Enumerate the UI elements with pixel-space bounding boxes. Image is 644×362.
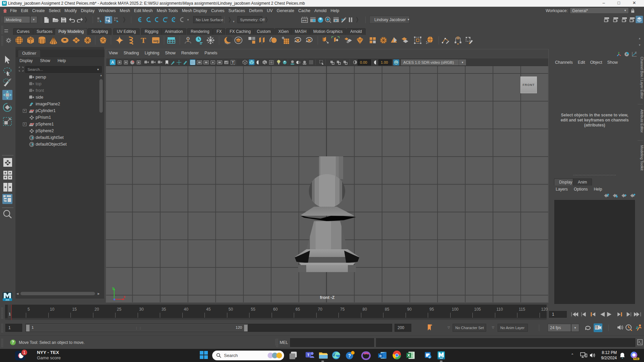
search-dropdown-arrow[interactable]: ▼ — [97, 68, 99, 71]
shelf-tab-custom[interactable]: Custom — [253, 28, 274, 35]
tab-modeling-toolkit[interactable]: Modeling Toolkit — [637, 143, 644, 173]
layout-a-icon[interactable] — [622, 16, 628, 22]
layer-menu-options[interactable]: Options — [574, 187, 588, 192]
shelf-icon-mirror-z[interactable] — [305, 36, 314, 45]
live-surface-arrow[interactable]: ▼ — [232, 18, 235, 24]
lasso-tool[interactable] — [3, 66, 13, 76]
menu-edit-mesh[interactable]: Edit Mesh — [134, 8, 153, 13]
fps-dropdown-arrow[interactable]: ▼ — [571, 324, 579, 332]
outliner-item-top[interactable]: top — [16, 81, 96, 87]
current-frame-field[interactable]: 1 — [549, 311, 567, 318]
vp-half-icon[interactable] — [256, 59, 261, 65]
outliner-menu-help[interactable]: Help — [57, 58, 66, 63]
shelf-icon-poly-plane[interactable] — [72, 36, 81, 45]
statusbar-snap4-icon[interactable] — [162, 16, 168, 23]
layout-outliner-persp[interactable] — [2, 194, 12, 204]
menu-set-selector[interactable]: Modeling — [3, 16, 30, 23]
menu-windows[interactable]: Windows — [99, 8, 116, 13]
layer-add-selected-icon[interactable] — [630, 193, 636, 198]
shelf-icon-time-editor[interactable] — [195, 36, 204, 45]
exposure-field[interactable]: 0.00 — [358, 59, 371, 65]
range-slider[interactable]: 1 120 ⋮⋮ — [26, 324, 392, 332]
colorspace-dropdown[interactable]: ACES 1.0 SDR-video (sRGB)▼ — [401, 59, 466, 66]
symmetry-field[interactable]: Symmetry: Off — [237, 16, 262, 23]
timeline-drag-handle[interactable] — [1, 307, 3, 319]
mel-input-field[interactable] — [290, 338, 374, 347]
statusbar-clap1-icon[interactable] — [310, 16, 316, 23]
shelf-tab-motion-graphics[interactable]: Motion Graphics — [310, 28, 346, 35]
statusbar-openscene-icon[interactable] — [52, 16, 59, 23]
taskbar-search[interactable]: Search — [212, 351, 284, 360]
shelf-icon-motion-trail[interactable] — [184, 36, 193, 45]
tab-attribute-editor[interactable]: Attribute Editor — [637, 107, 644, 136]
shelf-icon-extrude[interactable] — [321, 36, 330, 45]
vp-pencil-icon[interactable] — [170, 59, 176, 65]
channelbox-menu-show[interactable]: Show — [607, 60, 618, 65]
channelbox-menu-object[interactable]: Object — [590, 60, 602, 65]
taskbar-app-outlook[interactable]: o — [378, 351, 387, 360]
shelf-icon-marquee[interactable] — [413, 36, 422, 45]
outliner-item-pSphere2[interactable]: pSphere2 — [16, 127, 96, 134]
statusbar-snap2-icon[interactable] — [145, 16, 151, 23]
shelf-tab-animation[interactable]: Animation — [161, 28, 186, 35]
layer-menu-help[interactable]: Help — [594, 187, 602, 192]
menu-uv[interactable]: UV — [267, 8, 273, 13]
menu-select[interactable]: Select — [49, 8, 60, 13]
menu-mesh-display[interactable]: Mesh Display — [182, 8, 207, 13]
outliner-item-pPrism1[interactable]: pPrism1 — [16, 114, 96, 121]
statusbar-drag-handle[interactable] — [1, 16, 3, 22]
taskbar-app-maya[interactable]: AYA — [436, 351, 446, 360]
close-button[interactable]: ✕ — [629, 0, 640, 7]
step-back-key-button[interactable] — [589, 311, 597, 318]
tab-channel-box-layer-editor[interactable]: Channel Box / Layer Editor — [637, 54, 644, 101]
shelf-tab-curves[interactable]: Curves — [13, 28, 33, 35]
vp-bkmk-icon[interactable] — [164, 59, 170, 65]
layout-b-icon[interactable] — [629, 16, 635, 22]
vp-film-icon[interactable] — [196, 59, 202, 65]
shelf-gear-icon[interactable] — [6, 38, 11, 43]
expand-toggle[interactable]: + — [23, 109, 27, 113]
outliner-item-front[interactable]: front — [16, 87, 96, 94]
minimize-button[interactable]: – — [598, 0, 609, 7]
vp-selarr-icon[interactable] — [319, 59, 324, 65]
layer-menu-layers[interactable]: Layers — [556, 187, 568, 192]
anim-layer-menu-arrow[interactable]: ▽ — [492, 326, 494, 329]
statusbar-pause-icon[interactable] — [349, 16, 353, 23]
widget-subtitle[interactable]: Game score — [37, 355, 61, 360]
copilot-icon[interactable]: PRE — [630, 351, 638, 360]
user-account-chip[interactable]: Lindsey Jacobser▼ — [369, 16, 410, 23]
vp-grid-icon[interactable] — [190, 59, 195, 65]
outliner-item-pSphere1[interactable]: +pSphere1 — [16, 121, 96, 127]
shelf-icon-poly-cylinder[interactable] — [38, 36, 47, 45]
outliner-item-defaultLightSet[interactable]: defaultLightSet — [16, 134, 96, 141]
statusbar-clap2-icon[interactable] — [333, 16, 339, 23]
shelf-tab-uv-editing[interactable]: UV Editing — [113, 28, 140, 35]
vp-iso-icon[interactable] — [329, 59, 335, 65]
rangebar-drag-handle[interactable] — [1, 323, 3, 333]
scale-tool[interactable] — [3, 117, 13, 127]
vp-iso-icon[interactable] — [342, 59, 348, 65]
shelf-icon-node-table[interactable] — [167, 36, 176, 45]
shelf-icon-mirror-x[interactable] — [293, 36, 303, 45]
vp-cubes-icon[interactable] — [249, 59, 255, 65]
gamma-field[interactable]: 1.00 — [378, 59, 392, 65]
menu-help[interactable]: Help — [330, 8, 339, 13]
layer-move-down-icon[interactable] — [612, 193, 618, 198]
shelf-icon-layer-stack[interactable] — [234, 36, 243, 45]
shelf-menu-icon[interactable] — [4, 30, 8, 32]
shelf-icon-poly-cone[interactable] — [49, 36, 58, 45]
vp-iso-icon[interactable] — [335, 59, 341, 65]
go-to-end-button[interactable] — [634, 311, 642, 318]
taskbar-app-outlook-cal[interactable]: o — [423, 351, 433, 360]
start-button[interactable] — [199, 351, 209, 360]
vp-msaa-icon[interactable] — [308, 59, 314, 65]
outliner-item-persp[interactable]: persp — [16, 74, 96, 81]
layer-add-icon[interactable] — [621, 193, 627, 198]
statusbar-snap1-icon[interactable] — [137, 16, 143, 23]
menu-mesh-tools[interactable]: Mesh Tools — [157, 8, 178, 13]
taskbar-app-quiz[interactable]: ? — [345, 351, 355, 360]
character-set-field[interactable]: No Character Set — [453, 324, 486, 332]
bookmark-icon[interactable] — [427, 324, 432, 331]
vp-cubet-icon[interactable] — [262, 59, 268, 65]
viewport-menu-lighting[interactable]: Lighting — [145, 51, 159, 55]
